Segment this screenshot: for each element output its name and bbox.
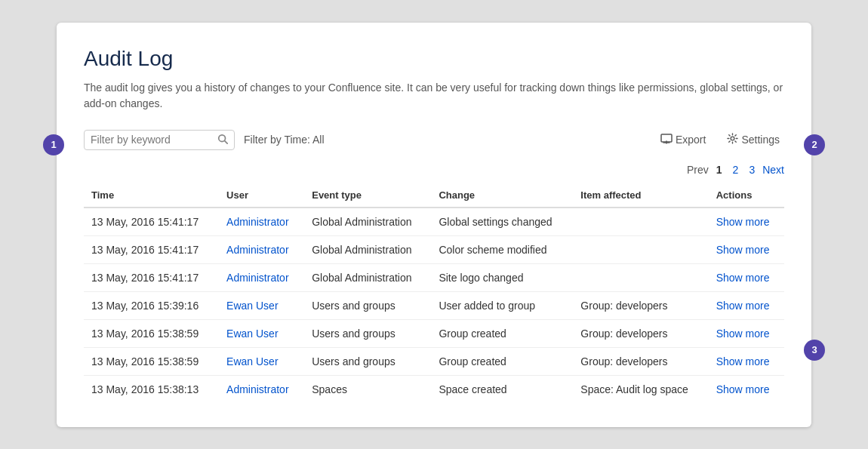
cell-change: User added to group <box>431 291 573 319</box>
cell-user: Ewan User <box>219 291 304 319</box>
pagination: Prev 1 2 3 Next <box>84 162 784 177</box>
show-more-link[interactable]: Show more <box>716 244 770 256</box>
page-3-button[interactable]: 3 <box>746 162 758 177</box>
show-more-link[interactable]: Show more <box>716 216 770 228</box>
settings-icon <box>727 133 738 146</box>
cell-user: Administrator <box>219 208 304 236</box>
cell-change: Global settings changed <box>431 208 573 236</box>
cell-change: Color scheme modified <box>431 235 573 263</box>
cell-time: 13 May, 2016 15:38:59 <box>84 347 219 375</box>
cell-item-affected: Group: developers <box>573 291 708 319</box>
user-link[interactable]: Administrator <box>226 383 288 395</box>
cell-item-affected: Group: developers <box>573 347 708 375</box>
cell-user: Administrator <box>219 375 304 403</box>
cell-time: 13 May, 2016 15:39:16 <box>84 291 219 319</box>
col-time: Time <box>84 183 219 208</box>
cell-actions: Show more <box>709 263 784 291</box>
next-button[interactable]: Next <box>762 164 784 176</box>
cell-event-type: Global Administration <box>304 263 431 291</box>
cell-time: 13 May, 2016 15:41:17 <box>84 263 219 291</box>
export-button[interactable]: Export <box>656 131 710 149</box>
user-link[interactable]: Ewan User <box>226 328 278 340</box>
cell-item-affected <box>573 235 708 263</box>
cell-event-type: Global Administration <box>304 235 431 263</box>
cell-actions: Show more <box>709 319 784 347</box>
page-1-button[interactable]: 1 <box>713 162 725 177</box>
export-icon <box>660 134 673 146</box>
cell-item-affected: Space: Audit log space <box>573 375 708 403</box>
cell-actions: Show more <box>709 291 784 319</box>
svg-line-1 <box>225 140 228 143</box>
audit-log-table: Time User Event type Change Item affecte… <box>84 183 784 403</box>
show-more-link[interactable]: Show more <box>716 272 770 284</box>
user-link[interactable]: Administrator <box>226 216 288 228</box>
cell-item-affected <box>573 208 708 236</box>
col-user: User <box>219 183 304 208</box>
show-more-link[interactable]: Show more <box>716 300 770 312</box>
cell-user: Ewan User <box>219 347 304 375</box>
table-body: 13 May, 2016 15:41:17 Administrator Glob… <box>84 208 784 403</box>
show-more-link[interactable]: Show more <box>716 383 770 395</box>
cell-user: Ewan User <box>219 319 304 347</box>
table-row: 13 May, 2016 15:41:17 Administrator Glob… <box>84 235 784 263</box>
cell-time: 13 May, 2016 15:38:13 <box>84 375 219 403</box>
table-row: 13 May, 2016 15:38:13 Administrator Spac… <box>84 375 784 403</box>
table-row: 13 May, 2016 15:38:59 Ewan User Users an… <box>84 347 784 375</box>
cell-actions: Show more <box>709 235 784 263</box>
table-row: 13 May, 2016 15:39:16 Ewan User Users an… <box>84 291 784 319</box>
cell-item-affected: Group: developers <box>573 319 708 347</box>
cell-time: 13 May, 2016 15:38:59 <box>84 319 219 347</box>
table-row: 13 May, 2016 15:38:59 Ewan User Users an… <box>84 319 784 347</box>
col-item-affected: Item affected <box>573 183 708 208</box>
table-row: 13 May, 2016 15:41:17 Administrator Glob… <box>84 263 784 291</box>
cell-actions: Show more <box>709 375 784 403</box>
cell-event-type: Spaces <box>304 375 431 403</box>
cell-user: Administrator <box>219 263 304 291</box>
page-title: Audit Log <box>84 47 784 71</box>
show-more-link[interactable]: Show more <box>716 355 770 368</box>
filter-time-label: Filter by Time: All <box>244 134 325 146</box>
cell-item-affected <box>573 263 708 291</box>
filter-input-wrapper[interactable] <box>84 130 235 150</box>
table-header: Time User Event type Change Item affecte… <box>84 183 784 208</box>
col-event-type: Event type <box>304 183 431 208</box>
svg-point-5 <box>731 137 735 140</box>
cell-change: Space created <box>431 375 573 403</box>
show-more-link[interactable]: Show more <box>716 328 770 340</box>
cell-event-type: Users and groups <box>304 347 431 375</box>
cell-actions: Show more <box>709 208 784 236</box>
col-actions: Actions <box>709 183 784 208</box>
user-link[interactable]: Ewan User <box>226 300 278 312</box>
user-link[interactable]: Administrator <box>226 244 288 256</box>
settings-button[interactable]: Settings <box>722 130 784 149</box>
settings-label: Settings <box>741 134 780 146</box>
toolbar: Filter by Time: All Export <box>84 130 784 150</box>
annotation-1: 1 <box>43 134 64 155</box>
cell-actions: Show more <box>709 347 784 375</box>
page-2-button[interactable]: 2 <box>730 162 742 177</box>
export-label: Export <box>676 134 706 146</box>
table-row: 13 May, 2016 15:41:17 Administrator Glob… <box>84 208 784 236</box>
cell-change: Site logo changed <box>431 263 573 291</box>
cell-event-type: Global Administration <box>304 208 431 236</box>
prev-button[interactable]: Prev <box>687 164 709 176</box>
annotation-3: 3 <box>804 340 825 361</box>
search-icon <box>217 134 228 146</box>
cell-time: 13 May, 2016 15:41:17 <box>84 208 219 236</box>
page-description: The audit log gives you a history of cha… <box>84 80 784 112</box>
cell-change: Group created <box>431 347 573 375</box>
user-link[interactable]: Ewan User <box>226 355 278 368</box>
col-change: Change <box>431 183 573 208</box>
toolbar-right: Export Settings <box>656 130 784 149</box>
main-container: 1 2 3 Audit Log The audit log gives you … <box>57 23 811 427</box>
user-link[interactable]: Administrator <box>226 272 288 284</box>
annotation-2: 2 <box>804 134 825 155</box>
cell-event-type: Users and groups <box>304 319 431 347</box>
cell-time: 13 May, 2016 15:41:17 <box>84 235 219 263</box>
filter-keyword-input[interactable] <box>91 134 214 146</box>
cell-event-type: Users and groups <box>304 291 431 319</box>
cell-user: Administrator <box>219 235 304 263</box>
cell-change: Group created <box>431 319 573 347</box>
